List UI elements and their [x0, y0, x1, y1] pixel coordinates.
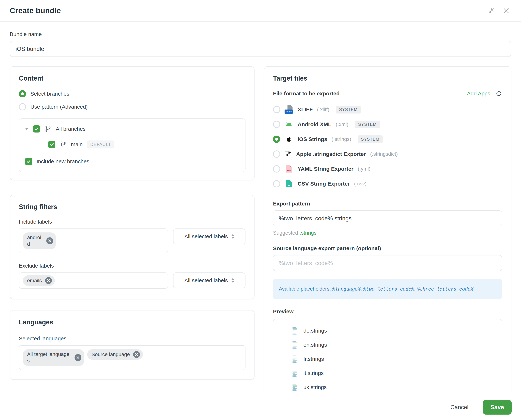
modal-header: Create bundle: [0, 0, 521, 22]
format-option-xliff[interactable]: XLIFF XLIFF (.xliff) SYSTEM: [273, 102, 502, 117]
label-chip-android: android: [23, 232, 56, 249]
include-mode-select[interactable]: All selected labels: [173, 228, 245, 244]
format-option-ios-strings[interactable]: iOS Strings (.strings) SYSTEM: [273, 132, 502, 147]
main-branch-label: main: [71, 141, 83, 148]
git-branch-icon: [44, 126, 51, 132]
format-radio-selected[interactable]: [273, 135, 280, 143]
include-new-branches-row[interactable]: Include new branches: [25, 158, 239, 165]
source-pattern-input[interactable]: [273, 255, 502, 271]
languages-card: Languages Selected languages All target …: [10, 310, 255, 380]
collapse-icon: [487, 7, 495, 14]
android-icon: [285, 120, 293, 128]
close-button[interactable]: [501, 6, 511, 16]
sort-arrows-icon: [231, 278, 234, 283]
language-chip-all-target: All target languages: [23, 349, 84, 366]
refresh-icon[interactable]: [495, 90, 502, 97]
exclude-labels-label: Exclude labels: [19, 263, 245, 269]
file-format-label: File format to be exported: [273, 90, 339, 97]
git-branch-icon: [60, 141, 66, 148]
strings-file-icon: [291, 341, 298, 349]
preview-file-row: uk.strings: [277, 380, 498, 394]
use-pattern-option[interactable]: Use pattern (Advanced): [19, 103, 245, 110]
format-option-android-xml[interactable]: Android XML (.xml) SYSTEM: [273, 117, 502, 132]
close-icon: [503, 7, 510, 14]
sort-arrows-icon: [231, 234, 234, 239]
add-apps-link[interactable]: Add Apps: [467, 90, 490, 97]
format-option-yaml[interactable]: YML YAML String Exporter (.yml): [273, 161, 502, 176]
languages-title: Languages: [19, 318, 245, 326]
bundle-name-input[interactable]: [10, 41, 511, 57]
xliff-file-icon: XLIFF: [285, 105, 293, 114]
selected-languages-label: Selected languages: [19, 336, 245, 342]
language-chip-source: Source language: [87, 349, 143, 360]
cancel-button[interactable]: Cancel: [448, 404, 471, 411]
branches-tree: All branches: [19, 118, 245, 172]
exclude-labels-input[interactable]: emails: [19, 272, 168, 289]
export-pattern-label: Export pattern: [273, 201, 502, 207]
preview-box: de.strings en.strings fr.s: [273, 319, 502, 399]
left-column: Content Select branches Use pattern (Adv…: [10, 66, 255, 380]
content-title: Content: [19, 75, 245, 82]
all-branches-row[interactable]: All branches: [25, 125, 239, 133]
collapse-button[interactable]: [486, 6, 496, 16]
preview-file-row: de.strings: [277, 324, 498, 338]
select-branches-label: Select branches: [30, 91, 69, 97]
preview-file-row: fr.strings: [277, 352, 498, 366]
strings-file-icon: [291, 369, 298, 377]
main-branch-row[interactable]: main DEFAULT: [48, 141, 239, 149]
include-labels-label: Include labels: [19, 219, 245, 225]
caret-down-icon[interactable]: [25, 128, 29, 130]
string-filters-card: String filters Include labels android: [10, 195, 255, 299]
source-pattern-label: Source language export pattern (optional…: [273, 245, 502, 251]
include-new-branches-checkbox[interactable]: [25, 158, 32, 165]
suggested-extension: Suggested .strings: [273, 230, 502, 236]
main-branch-checkbox[interactable]: [48, 141, 55, 148]
strings-file-icon: [291, 327, 298, 335]
system-badge: SYSTEM: [355, 120, 380, 128]
modal-footer: Cancel Save: [0, 394, 521, 420]
strings-file-icon: [291, 355, 298, 363]
export-pattern-input[interactable]: [273, 210, 502, 226]
format-radio[interactable]: [273, 106, 280, 113]
use-pattern-label: Use pattern (Advanced): [30, 104, 88, 110]
target-files-title: Target files: [273, 75, 502, 82]
remove-chip-button[interactable]: [46, 237, 53, 244]
exclude-mode-select[interactable]: All selected labels: [173, 272, 245, 288]
format-radio[interactable]: [273, 150, 280, 158]
select-branches-radio[interactable]: [19, 90, 26, 98]
placeholders-info: Available placeholders: %language%, %two…: [273, 279, 502, 299]
yaml-file-icon: YML: [285, 165, 293, 172]
all-branches-checkbox[interactable]: [33, 125, 40, 133]
label-chip-emails: emails: [23, 275, 55, 286]
select-branches-option[interactable]: Select branches: [19, 90, 245, 98]
default-badge: DEFAULT: [87, 141, 114, 149]
suggested-extension-link[interactable]: .strings: [300, 230, 316, 236]
bundle-name-label: Bundle name: [10, 31, 511, 37]
string-filters-title: String filters: [19, 203, 245, 211]
format-radio[interactable]: [273, 121, 280, 128]
page-title: Create bundle: [10, 6, 61, 15]
format-option-csv[interactable]: csv CSV String Exporter (.csv): [273, 176, 502, 191]
remove-chip-button[interactable]: [45, 277, 52, 284]
save-button[interactable]: Save: [483, 400, 512, 415]
create-bundle-modal: Create bundle Bundle name: [0, 0, 521, 420]
preview-label: Preview: [273, 308, 502, 315]
remove-chip-button[interactable]: [133, 351, 140, 358]
format-radio[interactable]: [273, 180, 280, 187]
apple-icon: [285, 135, 293, 143]
preview-file-row: it.strings: [277, 366, 498, 380]
system-badge: SYSTEM: [336, 106, 361, 113]
include-labels-input[interactable]: android: [19, 228, 168, 253]
use-pattern-radio[interactable]: [19, 103, 26, 110]
system-badge: SYSTEM: [358, 135, 383, 143]
selected-languages-input[interactable]: All target languages Source language: [19, 345, 245, 370]
apple-stringsdict-icon: [285, 150, 292, 158]
preview-file-row: en.strings: [277, 338, 498, 352]
csv-file-icon: csv: [285, 180, 293, 187]
include-new-branches-label: Include new branches: [37, 158, 89, 165]
format-radio[interactable]: [273, 165, 280, 172]
format-option-stringsdict[interactable]: Apple .stringsdict Exporter (.stringsdic…: [273, 147, 502, 161]
remove-chip-button[interactable]: [74, 354, 81, 361]
right-column: Target files File format to be exported …: [264, 66, 511, 407]
all-branches-label: All branches: [56, 126, 86, 132]
